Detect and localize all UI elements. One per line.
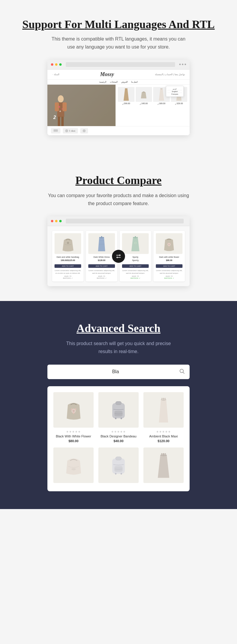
- browser-content: تواصل معنا | الحساب | المفضلة Mossy السل…: [47, 70, 190, 135]
- svg-rect-47: [161, 453, 162, 455]
- section3-description: This product search will get you quick a…: [62, 339, 175, 355]
- compare-grid: Dark and white handbag 199.00/$125.00 AD…: [52, 231, 185, 281]
- svg-rect-33: [116, 401, 121, 405]
- dress-svg-1: [123, 87, 130, 102]
- bottom-tag: [80, 128, 88, 133]
- svg-point-6: [58, 106, 60, 108]
- tag-circle: [65, 129, 68, 132]
- search-product-card-3: ★★★★★ Ambient Black Maxi $120.00: [143, 392, 184, 443]
- browser-nav: تواصل معنا | الحساب | المفضلة Mossy السل…: [47, 70, 190, 80]
- browser-dot-red: [51, 220, 53, 222]
- svg-point-31: [73, 412, 74, 414]
- svg-rect-43: [114, 466, 122, 472]
- compare-card-stock-status-4: INSTOCK ✓: [156, 277, 182, 279]
- compare-card-desc-3: Lorem consectetur adipiscing elit, sed d…: [122, 269, 149, 274]
- bottom-tag: [51, 128, 60, 133]
- browser-url-bar: [66, 62, 175, 67]
- search-input-value[interactable]: Bla: [52, 369, 179, 374]
- search-dress-svg-2: [156, 452, 171, 478]
- compare-add-cart-btn-4[interactable]: ADD TO CART: [156, 264, 182, 268]
- compare-card-1: Dark and white handbag 199.00/$125.00 AD…: [52, 231, 84, 281]
- search-product-name-1: Black With White Flower: [53, 434, 94, 438]
- hero-text: 2: [53, 115, 56, 120]
- compare-card-desc-2: Lorem consectetur adipiscing elit, sed d…: [88, 269, 115, 274]
- compare-content: Dark and white handbag 199.00/$125.00 AD…: [47, 226, 190, 286]
- svg-rect-42: [116, 457, 121, 460]
- product-small-item: 299.00 ر: [118, 87, 134, 105]
- search-box-container: Bla: [47, 365, 190, 379]
- product-small-price: 189.00 ر: [153, 102, 169, 105]
- svg-line-26: [183, 372, 185, 373]
- svg-point-24: [169, 246, 169, 247]
- search-backpack-svg-2: [109, 454, 128, 476]
- dress-svg-2: [158, 87, 165, 102]
- svg-rect-36: [121, 418, 122, 419]
- compare-card-price-4: $86.00: [156, 259, 182, 261]
- svg-point-30: [75, 408, 76, 410]
- svg-point-23: [169, 243, 170, 244]
- section2-title: Product Compare: [12, 174, 225, 187]
- dropdown-overlay: عربي English Français: [166, 86, 184, 97]
- browser-dot-yellow: [55, 220, 57, 222]
- search-product-card-5: [98, 447, 139, 485]
- hero-products-right: عربي English Français: [116, 85, 190, 126]
- compare-browser-bar: [47, 216, 190, 226]
- svg-rect-2: [55, 102, 59, 111]
- svg-point-22: [167, 243, 168, 244]
- section1-title: Support For Multi Languages And RTL: [12, 18, 225, 31]
- product-small-image: [118, 87, 134, 102]
- person-svg: [52, 94, 70, 126]
- search-icon-svg: [179, 368, 185, 374]
- compare-card-image-4: [156, 233, 182, 254]
- svg-rect-17: [135, 236, 136, 238]
- compare-add-cart-btn-1[interactable]: ADD TO CART: [55, 264, 81, 268]
- svg-point-21: [168, 244, 170, 245]
- product-small-price: 299.00 ر: [118, 102, 134, 105]
- compare-card-price-2: $126.00: [88, 259, 115, 261]
- search-product-image-3: [143, 392, 184, 428]
- search-product-image-1: [53, 392, 94, 428]
- svg-point-40: [71, 468, 76, 470]
- search-product-image-5: [98, 447, 139, 483]
- browser-dot-green: [59, 63, 62, 66]
- compare-card-name-2: Dark White Dress: [88, 256, 115, 258]
- search-product-image-6: [143, 447, 184, 483]
- browser-dot-green: [59, 220, 62, 222]
- rtl-browser-mockup: تواصل معنا | الحساب | المفضلة Mossy السل…: [47, 60, 190, 135]
- svg-rect-5: [61, 117, 64, 126]
- compare-card-name-4: Dark with white flower: [156, 256, 182, 258]
- compare-add-cart-btn-3[interactable]: ADD TO CART: [122, 264, 149, 268]
- dropdown-item: Français: [167, 93, 182, 95]
- svg-point-19: [135, 243, 136, 244]
- svg-rect-35: [115, 418, 116, 419]
- dress-svg-compare-1: [96, 235, 108, 252]
- search-results-panel: ★★★★★ Black With White Flower $80.00: [47, 386, 190, 491]
- compare-swap-badge[interactable]: [112, 250, 125, 263]
- compare-mockup: Dark and white handbag 199.00/$125.00 AD…: [47, 216, 190, 286]
- svg-rect-38: [161, 398, 162, 400]
- search-product-card-6: [143, 447, 184, 485]
- search-bag-svg-1: [64, 399, 83, 421]
- compare-card-stock-status-2: INSTOCK ✓: [88, 277, 115, 279]
- compare-card-image-1: [55, 233, 81, 254]
- spacer-1: [0, 147, 237, 153]
- product-small-image: [136, 87, 152, 102]
- section-compare: Product Compare You can compare your fav…: [0, 153, 237, 301]
- search-icon[interactable]: [179, 368, 185, 376]
- compare-card-desc-4: Lorem consectetur adipiscing elit, sed d…: [156, 269, 182, 274]
- hero-image-left: 2: [47, 85, 116, 126]
- tag-icon: [53, 129, 58, 132]
- compare-card-name-1: Dark and white handbag: [55, 256, 81, 258]
- svg-rect-48: [165, 453, 166, 455]
- svg-point-13: [67, 242, 69, 244]
- search-product-stars-3: ★★★★★: [143, 430, 184, 433]
- svg-point-0: [58, 95, 64, 102]
- section-languages: Support For Multi Languages And RTL This…: [0, 0, 237, 147]
- svg-point-29: [71, 408, 73, 410]
- store-logo: Mossy: [100, 71, 114, 78]
- section2-description: You can compare your favorite products a…: [47, 191, 190, 207]
- section-advanced-search: Advanced Search This product search will…: [0, 301, 237, 509]
- svg-rect-9: [161, 88, 162, 89]
- compare-add-cart-btn-2[interactable]: ADD TO CART: [88, 264, 115, 268]
- svg-point-25: [180, 369, 183, 373]
